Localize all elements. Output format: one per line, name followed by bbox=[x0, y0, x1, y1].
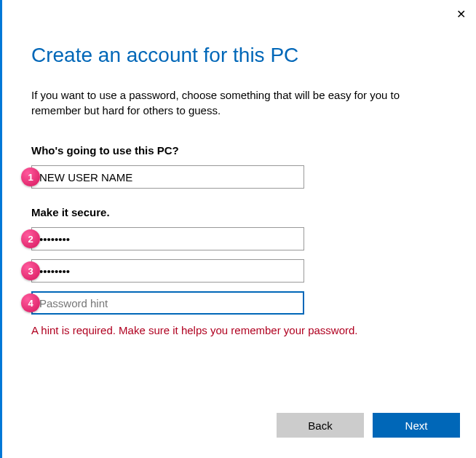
error-message: A hint is required. Make sure it helps y… bbox=[31, 323, 395, 338]
confirm-password-input[interactable] bbox=[31, 259, 304, 283]
dialog-content: Create an account for this PC If you wan… bbox=[2, 0, 476, 338]
username-field-wrap: 1 bbox=[31, 165, 447, 189]
page-description: If you want to use a password, choose so… bbox=[31, 87, 447, 118]
back-button[interactable]: Back bbox=[277, 413, 364, 438]
next-button[interactable]: Next bbox=[373, 413, 460, 438]
username-input[interactable] bbox=[31, 165, 304, 189]
secure-label: Make it secure. bbox=[31, 206, 447, 218]
password-input[interactable] bbox=[31, 227, 304, 250]
annotation-badge-2: 2 bbox=[21, 229, 40, 248]
annotation-badge-3: 3 bbox=[21, 261, 40, 280]
hint-field-wrap: 4 bbox=[31, 291, 447, 315]
password-field-wrap: 2 bbox=[31, 227, 447, 250]
confirm-password-field-wrap: 3 bbox=[31, 259, 447, 283]
annotation-badge-1: 1 bbox=[21, 167, 40, 186]
dialog-footer: Back Next bbox=[277, 413, 460, 438]
close-icon[interactable]: ✕ bbox=[456, 7, 466, 21]
password-hint-input[interactable] bbox=[31, 291, 304, 315]
annotation-badge-4: 4 bbox=[21, 293, 40, 312]
page-title: Create an account for this PC bbox=[31, 44, 447, 67]
who-label: Who's going to use this PC? bbox=[31, 144, 447, 157]
